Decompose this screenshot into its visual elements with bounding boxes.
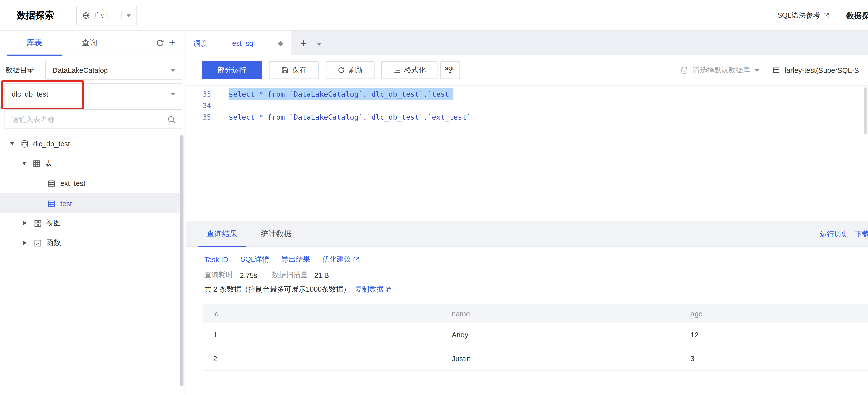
cell: 1	[204, 323, 442, 347]
table-header-row: id name age	[204, 304, 868, 323]
table-search-input[interactable]	[5, 110, 182, 129]
run-button[interactable]: 部分运行	[202, 61, 262, 79]
sidebar-scrollbar[interactable]	[180, 135, 183, 387]
cell: 3	[680, 347, 868, 371]
sidebar: 库表 查询 + 数据目录 DataLakeCatalog dlc_db_test	[0, 31, 185, 395]
chevron-down-icon	[171, 69, 175, 74]
code-text[interactable]: select * from `DataLakeCatalog`.`dlc_db_…	[229, 111, 471, 123]
save-icon	[281, 66, 289, 74]
cell: 12	[680, 323, 868, 347]
sql-icon: SQL ~	[445, 66, 456, 74]
line-number: 33	[186, 88, 211, 100]
editor-scrollbar[interactable]	[864, 87, 867, 134]
sql-syntax-reference-link[interactable]: SQL语法参考	[777, 0, 830, 31]
caret-right-icon[interactable]	[23, 221, 26, 225]
download-link[interactable]: 下载	[855, 221, 868, 247]
chevron-down-icon	[754, 69, 759, 74]
optimization-advice-link[interactable]: 优化建议	[322, 255, 360, 264]
catalog-label: 数据目录	[5, 61, 34, 79]
copy-data-link[interactable]: 复制数据	[355, 284, 393, 294]
save-button[interactable]: 保存	[269, 61, 319, 79]
tab-query[interactable]: 查询	[62, 31, 117, 55]
code-line[interactable]: 34	[186, 100, 868, 111]
summary-text: 共 2 条数据（控制台最多可展示1000条数据）	[205, 284, 350, 294]
code-text-selected[interactable]: select * from `DataLakeCatalog`.`dlc_db_…	[229, 88, 454, 100]
views-icon	[34, 219, 42, 227]
chevron-down-icon	[127, 14, 131, 19]
row-count-summary: 共 2 条数据（控制台最多可展示1000条数据） 复制数据	[205, 284, 393, 294]
sql-detail-link[interactable]: SQL详情	[241, 255, 269, 264]
tree-node-table-test[interactable]: test	[0, 193, 181, 213]
export-result-link[interactable]: 导出结果	[281, 255, 310, 264]
database-value: dlc_db_test	[11, 90, 48, 98]
column-header-id: id	[204, 304, 442, 323]
database-icon	[680, 66, 688, 74]
table-row: 1 Andy 12	[204, 323, 868, 347]
tab-query-results[interactable]: 查询结果	[198, 221, 247, 247]
run-history-link[interactable]: 运行历史	[820, 221, 848, 247]
add-icon[interactable]: +	[169, 35, 176, 50]
column-header-name: name	[442, 304, 680, 323]
tree-node-functions-group[interactable]: fx 函数	[0, 233, 181, 253]
sql-editor[interactable]: 33 select * from `DataLakeCatalog`.`dlc_…	[186, 86, 868, 221]
external-link-icon	[352, 256, 360, 263]
code-line[interactable]: 33 select * from `DataLakeCatalog`.`dlc_…	[186, 88, 868, 100]
sidebar-tabs: 库表 查询 +	[0, 31, 185, 55]
functions-icon: fx	[34, 239, 42, 247]
format-button[interactable]: 格式化	[381, 61, 437, 79]
tables-group-icon	[33, 159, 41, 168]
tree-node-label: dlc_db_test	[33, 139, 70, 148]
results-tabbar: 查询结果 统计数据 运行历史 下载	[186, 221, 868, 247]
tree-node-label: test	[60, 199, 72, 207]
table-icon	[48, 179, 56, 188]
table-row: 2 Justin 3	[204, 347, 868, 371]
search-icon[interactable]	[167, 116, 176, 124]
page-title: 数据探索	[17, 0, 54, 31]
line-number: 34	[186, 100, 211, 111]
new-tab-icon[interactable]: +	[296, 35, 310, 51]
table-search	[4, 109, 182, 129]
engine-selector[interactable]: farley-test(SuperSQL-S	[772, 61, 868, 79]
region-label: 广州	[94, 10, 108, 21]
scan-value: 21 B	[314, 271, 329, 279]
tree-node-label: 视图	[46, 218, 61, 228]
cell: Andy	[442, 323, 680, 347]
task-id-link[interactable]: Task ID	[205, 256, 228, 264]
query-stats: 查询耗时 2.75s 数据扫描量 21 B	[205, 270, 329, 280]
scan-label: 数据扫描量	[272, 270, 308, 280]
tree-node-views-group[interactable]: 视图	[0, 213, 181, 233]
main-area: 调度 est_sql + 部分运行 保存 刷新	[186, 31, 868, 395]
unsaved-dot-icon	[278, 41, 283, 46]
cell: Justin	[442, 347, 680, 371]
globe-icon	[82, 11, 90, 19]
code-line[interactable]: 35 select * from `DataLakeCatalog`.`dlc_…	[186, 111, 868, 123]
sql-snippet-button[interactable]: SQL ~	[440, 61, 460, 79]
page: 数据探索 广州 SQL语法参考 数据探 库表 查询 + 数据目录	[0, 0, 868, 395]
editor-tab-label: 调度 est_sql	[193, 38, 255, 49]
tree-node-database[interactable]: dlc_db_test	[0, 133, 181, 153]
tree-node-label: 表	[45, 158, 53, 168]
caret-down-icon[interactable]	[22, 162, 27, 165]
default-database-selector[interactable]: 请选择默认数据库	[680, 61, 759, 79]
divider	[121, 11, 122, 20]
refresh-icon[interactable]	[156, 39, 164, 47]
tab-tables[interactable]: 库表	[6, 31, 62, 55]
results-table: id name age 1 Andy 12 2 Just	[204, 304, 868, 371]
tree-node-tables-group[interactable]: 表	[0, 154, 181, 173]
caret-right-icon[interactable]	[23, 241, 26, 245]
catalog-dropdown[interactable]: DataLakeCatalog	[45, 61, 182, 79]
region-selector[interactable]: 广州	[76, 5, 137, 25]
table-icon	[48, 199, 56, 207]
caret-down-icon[interactable]	[10, 142, 14, 145]
svg-text:fx: fx	[36, 241, 40, 246]
time-value: 2.75s	[240, 271, 257, 279]
database-dropdown[interactable]: dlc_db_test	[4, 83, 182, 104]
editor-tab[interactable]: 调度 est_sql	[186, 31, 290, 56]
nav-item-truncated[interactable]: 数据探	[846, 0, 868, 31]
tab-list-chevron-icon[interactable]	[317, 43, 322, 48]
tree-node-table-ext-test[interactable]: ext_test	[0, 173, 181, 193]
tab-statistics[interactable]: 统计数据	[253, 221, 300, 247]
cell: 2	[204, 347, 442, 371]
refresh-button[interactable]: 刷新	[326, 61, 375, 79]
format-icon	[393, 66, 401, 74]
